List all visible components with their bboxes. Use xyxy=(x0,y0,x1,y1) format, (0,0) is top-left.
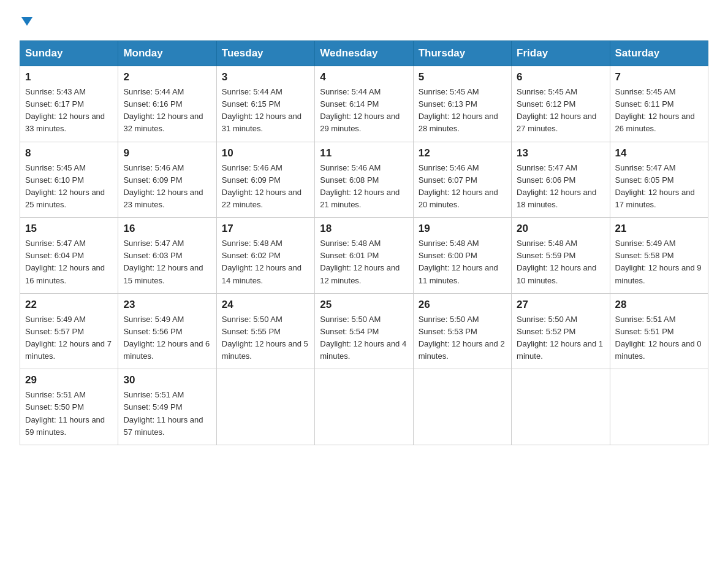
day-number: 4 xyxy=(320,71,408,83)
calendar-week-row: 29 Sunrise: 5:51 AM Sunset: 5:50 PM Dayl… xyxy=(20,369,708,445)
sunrise-label: Sunrise: 5:44 AM xyxy=(222,87,282,96)
day-info: Sunrise: 5:45 AM Sunset: 6:13 PM Dayligh… xyxy=(419,86,506,136)
daylight-label: Daylight: 12 hours and 0 minutes. xyxy=(615,339,702,361)
day-number: 2 xyxy=(123,71,211,83)
day-number: 20 xyxy=(517,223,604,235)
sunset-label: Sunset: 6:14 PM xyxy=(320,99,379,109)
sunrise-label: Sunrise: 5:51 AM xyxy=(615,315,676,324)
page-header xyxy=(20,15,708,28)
sunrise-label: Sunrise: 5:46 AM xyxy=(123,163,184,172)
calendar-cell: 29 Sunrise: 5:51 AM Sunset: 5:50 PM Dayl… xyxy=(20,369,118,445)
day-number: 6 xyxy=(517,71,604,83)
day-number: 12 xyxy=(419,147,506,159)
calendar-cell xyxy=(413,369,511,445)
sunrise-label: Sunrise: 5:47 AM xyxy=(25,239,86,248)
daylight-label: Daylight: 12 hours and 16 minutes. xyxy=(25,263,105,285)
daylight-label: Daylight: 11 hours and 59 minutes. xyxy=(25,415,105,437)
day-info: Sunrise: 5:44 AM Sunset: 6:14 PM Dayligh… xyxy=(320,86,408,136)
day-number: 3 xyxy=(222,71,309,83)
sunrise-label: Sunrise: 5:51 AM xyxy=(123,390,184,399)
day-number: 28 xyxy=(615,299,703,311)
sunset-label: Sunset: 5:50 PM xyxy=(25,402,84,412)
day-number: 16 xyxy=(123,223,211,235)
daylight-label: Daylight: 12 hours and 4 minutes. xyxy=(320,339,406,361)
daylight-label: Daylight: 12 hours and 26 minutes. xyxy=(615,112,695,133)
calendar-cell: 15 Sunrise: 5:47 AM Sunset: 6:04 PM Dayl… xyxy=(20,218,118,294)
day-of-week-header: Thursday xyxy=(413,41,511,66)
day-number: 9 xyxy=(123,147,211,159)
day-number: 18 xyxy=(320,223,408,235)
calendar-cell: 28 Sunrise: 5:51 AM Sunset: 5:51 PM Dayl… xyxy=(610,293,708,369)
calendar-cell: 27 Sunrise: 5:50 AM Sunset: 5:52 PM Dayl… xyxy=(512,293,610,369)
daylight-label: Daylight: 12 hours and 12 minutes. xyxy=(320,263,400,285)
sunrise-label: Sunrise: 5:47 AM xyxy=(123,239,184,248)
calendar-cell: 16 Sunrise: 5:47 AM Sunset: 6:03 PM Dayl… xyxy=(118,218,216,294)
day-of-week-header: Friday xyxy=(512,41,610,66)
day-number: 5 xyxy=(419,71,506,83)
day-of-week-header: Wednesday xyxy=(315,41,413,66)
calendar-cell: 8 Sunrise: 5:45 AM Sunset: 6:10 PM Dayli… xyxy=(20,142,118,218)
day-number: 23 xyxy=(123,299,211,311)
day-info: Sunrise: 5:44 AM Sunset: 6:16 PM Dayligh… xyxy=(123,86,211,136)
calendar-cell: 3 Sunrise: 5:44 AM Sunset: 6:15 PM Dayli… xyxy=(216,66,314,142)
daylight-label: Daylight: 12 hours and 7 minutes. xyxy=(25,339,112,361)
sunset-label: Sunset: 5:57 PM xyxy=(25,327,84,336)
day-info: Sunrise: 5:47 AM Sunset: 6:06 PM Dayligh… xyxy=(517,162,604,212)
day-info: Sunrise: 5:50 AM Sunset: 5:54 PM Dayligh… xyxy=(320,313,408,363)
day-number: 1 xyxy=(25,71,113,83)
day-number: 21 xyxy=(615,223,703,235)
day-info: Sunrise: 5:46 AM Sunset: 6:09 PM Dayligh… xyxy=(123,162,211,212)
day-number: 27 xyxy=(517,299,604,311)
calendar-cell: 24 Sunrise: 5:50 AM Sunset: 5:55 PM Dayl… xyxy=(216,293,314,369)
calendar-cell: 21 Sunrise: 5:49 AM Sunset: 5:58 PM Dayl… xyxy=(610,218,708,294)
sunrise-label: Sunrise: 5:48 AM xyxy=(222,239,282,248)
sunrise-label: Sunrise: 5:49 AM xyxy=(123,315,184,324)
calendar-cell: 11 Sunrise: 5:46 AM Sunset: 6:08 PM Dayl… xyxy=(315,142,413,218)
sunset-label: Sunset: 6:15 PM xyxy=(222,99,281,109)
day-info: Sunrise: 5:47 AM Sunset: 6:03 PM Dayligh… xyxy=(123,237,211,287)
calendar-cell: 5 Sunrise: 5:45 AM Sunset: 6:13 PM Dayli… xyxy=(413,66,511,142)
calendar-cell: 13 Sunrise: 5:47 AM Sunset: 6:06 PM Dayl… xyxy=(512,142,610,218)
calendar-cell xyxy=(315,369,413,445)
sunrise-label: Sunrise: 5:50 AM xyxy=(222,315,282,324)
sunrise-label: Sunrise: 5:46 AM xyxy=(320,163,381,172)
daylight-label: Daylight: 12 hours and 1 minute. xyxy=(517,339,603,361)
logo xyxy=(20,15,32,28)
calendar-cell: 1 Sunrise: 5:43 AM Sunset: 6:17 PM Dayli… xyxy=(20,66,118,142)
calendar-cell xyxy=(610,369,708,445)
sunset-label: Sunset: 5:49 PM xyxy=(123,402,182,412)
daylight-label: Daylight: 12 hours and 28 minutes. xyxy=(419,112,498,133)
day-info: Sunrise: 5:48 AM Sunset: 6:02 PM Dayligh… xyxy=(222,237,309,287)
calendar-cell: 25 Sunrise: 5:50 AM Sunset: 5:54 PM Dayl… xyxy=(315,293,413,369)
sunrise-label: Sunrise: 5:45 AM xyxy=(25,163,86,172)
sunset-label: Sunset: 6:03 PM xyxy=(123,251,182,260)
calendar-cell: 23 Sunrise: 5:49 AM Sunset: 5:56 PM Dayl… xyxy=(118,293,216,369)
sunset-label: Sunset: 6:10 PM xyxy=(25,175,84,185)
daylight-label: Daylight: 12 hours and 14 minutes. xyxy=(222,263,301,285)
calendar-week-row: 8 Sunrise: 5:45 AM Sunset: 6:10 PM Dayli… xyxy=(20,142,708,218)
day-info: Sunrise: 5:45 AM Sunset: 6:12 PM Dayligh… xyxy=(517,86,604,136)
calendar-cell: 22 Sunrise: 5:49 AM Sunset: 5:57 PM Dayl… xyxy=(20,293,118,369)
daylight-label: Daylight: 12 hours and 2 minutes. xyxy=(419,339,505,361)
day-info: Sunrise: 5:51 AM Sunset: 5:49 PM Dayligh… xyxy=(123,389,211,439)
daylight-label: Daylight: 12 hours and 33 minutes. xyxy=(25,112,105,133)
sunrise-label: Sunrise: 5:45 AM xyxy=(615,87,676,96)
sunset-label: Sunset: 6:04 PM xyxy=(25,251,84,260)
day-number: 22 xyxy=(25,299,113,311)
sunset-label: Sunset: 6:17 PM xyxy=(25,99,84,109)
day-number: 30 xyxy=(123,374,211,386)
daylight-label: Daylight: 12 hours and 10 minutes. xyxy=(517,263,596,285)
sunset-label: Sunset: 6:09 PM xyxy=(123,175,182,185)
calendar-table: SundayMondayTuesdayWednesdayThursdayFrid… xyxy=(20,40,708,445)
day-info: Sunrise: 5:48 AM Sunset: 5:59 PM Dayligh… xyxy=(517,237,604,287)
day-info: Sunrise: 5:46 AM Sunset: 6:07 PM Dayligh… xyxy=(419,162,506,212)
day-info: Sunrise: 5:47 AM Sunset: 6:04 PM Dayligh… xyxy=(25,237,113,287)
day-info: Sunrise: 5:51 AM Sunset: 5:51 PM Dayligh… xyxy=(615,313,703,363)
calendar-cell: 7 Sunrise: 5:45 AM Sunset: 6:11 PM Dayli… xyxy=(610,66,708,142)
sunrise-label: Sunrise: 5:50 AM xyxy=(320,315,381,324)
day-number: 17 xyxy=(222,223,309,235)
daylight-label: Daylight: 12 hours and 32 minutes. xyxy=(123,112,203,133)
day-info: Sunrise: 5:43 AM Sunset: 6:17 PM Dayligh… xyxy=(25,86,113,136)
daylight-label: Daylight: 12 hours and 21 minutes. xyxy=(320,188,400,209)
sunrise-label: Sunrise: 5:50 AM xyxy=(517,315,577,324)
